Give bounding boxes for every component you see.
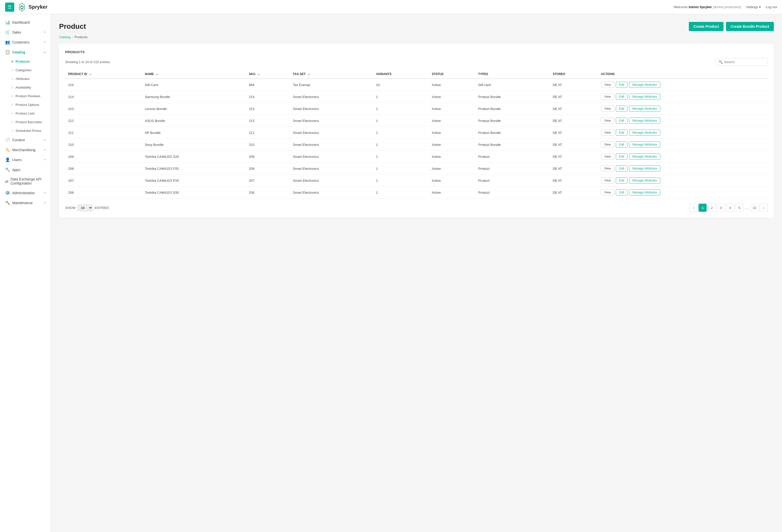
cell-name: Toshiba CAMILEO S30: [142, 186, 246, 199]
sort-icon[interactable]: ▴▾: [89, 73, 92, 76]
manage-attributes-button[interactable]: Manage Attributes: [629, 106, 660, 112]
edit-button[interactable]: Edit: [616, 166, 628, 172]
settings-button[interactable]: Settings ▾: [746, 5, 761, 9]
view-button[interactable]: View: [601, 166, 614, 172]
cell-tax-set: Smart Electronics: [290, 115, 373, 127]
cell-variants: 10: [373, 79, 429, 91]
sort-icon[interactable]: ▴▾: [156, 73, 158, 76]
view-button[interactable]: View: [601, 82, 614, 88]
bullet-icon: »: [11, 120, 13, 124]
manage-attributes-button[interactable]: Manage Attributes: [629, 177, 660, 183]
sidebar-sub-item-product-options[interactable]: » Product Options: [0, 100, 51, 109]
hamburger-button[interactable]: ☰: [5, 3, 14, 12]
cell-types: Product: [475, 163, 549, 175]
sidebar-item-administration[interactable]: ⚙️ Administration ▾: [0, 188, 51, 198]
table-row: 209 Toshiba CAMILEO S20 209 Smart Electr…: [65, 151, 768, 163]
cell-actions: View Edit Manage Attributes: [598, 115, 768, 127]
manage-attributes-button[interactable]: Manage Attributes: [629, 153, 660, 159]
sidebar-item-data-exchange[interactable]: ⇄ Data Exchange API Configuration: [0, 175, 51, 188]
edit-button[interactable]: Edit: [616, 153, 628, 159]
main-content: Product Create Product Create Bundle Pro…: [51, 14, 782, 532]
view-button[interactable]: View: [601, 153, 614, 159]
create-product-button[interactable]: Create Product: [689, 22, 723, 31]
cell-sku: 213: [246, 103, 290, 115]
manage-attributes-button[interactable]: Manage Attributes: [629, 82, 660, 88]
view-button[interactable]: View: [601, 94, 614, 100]
create-bundle-product-button[interactable]: Create Bundle Product: [726, 22, 774, 31]
sort-icon[interactable]: ▴▾: [257, 73, 260, 76]
bullet-icon: »: [11, 76, 13, 81]
prev-page-button[interactable]: ‹: [689, 204, 698, 212]
page-5-button[interactable]: 5: [735, 204, 743, 212]
chevron-down-icon: ▾: [44, 40, 45, 44]
manage-attributes-button[interactable]: Manage Attributes: [629, 166, 660, 172]
sidebar-item-maintenance[interactable]: 🔨 Maintenance ▾: [0, 198, 51, 208]
cell-sku: 666: [246, 79, 290, 91]
edit-button[interactable]: Edit: [616, 106, 628, 112]
sidebar-sub-item-attributes[interactable]: » Attributes: [0, 74, 51, 83]
sidebar-item-merchandising[interactable]: 🏷️ Merchandising ▾: [0, 145, 51, 155]
search-input[interactable]: [724, 60, 765, 64]
sort-icon[interactable]: ▴▾: [308, 73, 310, 76]
cell-variants: 1: [373, 151, 429, 163]
cell-status: Active: [429, 175, 475, 186]
table-row: 207 Toshiba CAMILEO P20 207 Smart Electr…: [65, 175, 768, 186]
per-page-select[interactable]: 10 25 50 100: [77, 204, 93, 211]
cell-stores: DE AT: [549, 91, 598, 103]
sidebar-item-sales[interactable]: 🛒 Sales ▾: [0, 27, 51, 37]
sidebar-sub-item-scheduled-prices[interactable]: » Scheduled Prices: [0, 126, 51, 135]
edit-button[interactable]: Edit: [616, 82, 628, 88]
manage-attributes-button[interactable]: Manage Attributes: [629, 117, 660, 124]
cell-tax-set: Smart Electronics: [290, 186, 373, 199]
edit-button[interactable]: Edit: [616, 189, 628, 196]
edit-button[interactable]: Edit: [616, 117, 628, 124]
sidebar-sub-item-product-barcodes[interactable]: » Product Barcodes: [0, 117, 51, 126]
view-button[interactable]: View: [601, 117, 614, 124]
breadcrumb-catalog-link[interactable]: Catalog: [59, 35, 71, 39]
manage-attributes-button[interactable]: Manage Attributes: [629, 189, 660, 196]
view-button[interactable]: View: [601, 177, 614, 183]
sidebar-sub-item-products[interactable]: » Products: [0, 57, 51, 66]
cell-stores: DE AT: [549, 103, 598, 115]
next-page-button[interactable]: ›: [759, 204, 768, 212]
page-4-button[interactable]: 4: [726, 204, 734, 212]
sidebar-item-label: Content: [12, 138, 25, 142]
view-button[interactable]: View: [601, 189, 614, 196]
sidebar-item-dashboard[interactable]: 📊 Dashboard: [0, 17, 51, 27]
search-icon: 🔍: [718, 60, 723, 64]
cell-actions: View Edit Manage Attributes: [598, 139, 768, 151]
sidebar-item-customers[interactable]: 👥 Customers ▾: [0, 37, 51, 47]
bullet-icon: »: [11, 68, 13, 72]
manage-attributes-button[interactable]: Manage Attributes: [629, 130, 660, 136]
sidebar-sub-item-product-lists[interactable]: » Product Lists: [0, 109, 51, 117]
edit-button[interactable]: Edit: [616, 177, 628, 183]
edit-button[interactable]: Edit: [616, 130, 628, 136]
page-3-button[interactable]: 3: [717, 204, 725, 212]
page-2-button[interactable]: 2: [708, 204, 716, 212]
sales-icon: 🛒: [5, 30, 10, 35]
logout-button[interactable]: Log out: [766, 5, 777, 9]
manage-attributes-button[interactable]: Manage Attributes: [629, 142, 660, 148]
manage-attributes-button[interactable]: Manage Attributes: [629, 94, 660, 100]
cell-status: Active: [429, 139, 475, 151]
cell-stores: DE AT: [549, 127, 598, 139]
view-button[interactable]: View: [601, 130, 614, 136]
col-tax-set: TAX SET ▴▾: [290, 70, 373, 79]
edit-button[interactable]: Edit: [616, 94, 628, 100]
sidebar-item-apps[interactable]: 🔧 Apps: [0, 165, 51, 175]
bullet-icon: »: [11, 102, 13, 107]
sidebar-sub-item-availability[interactable]: » Availability: [0, 83, 51, 92]
view-button[interactable]: View: [601, 106, 614, 112]
sidebar-item-catalog[interactable]: 📋 Catalog ▴: [0, 47, 51, 57]
last-page-button[interactable]: 22: [750, 204, 758, 212]
sidebar-item-users[interactable]: 👤 Users ▾: [0, 155, 51, 165]
sidebar-item-label: Users: [12, 158, 22, 162]
sidebar-sub-item-product-reviews[interactable]: » Product Reviews: [0, 92, 51, 100]
view-button[interactable]: View: [601, 142, 614, 148]
sidebar-item-content[interactable]: 📄 Content ▾: [0, 135, 51, 145]
sidebar-sub-item-categories[interactable]: » Categories: [0, 66, 51, 74]
edit-button[interactable]: Edit: [616, 142, 628, 148]
page-title: Product: [59, 23, 689, 31]
page-1-button[interactable]: 1: [699, 204, 707, 212]
cell-variants: 1: [373, 163, 429, 175]
